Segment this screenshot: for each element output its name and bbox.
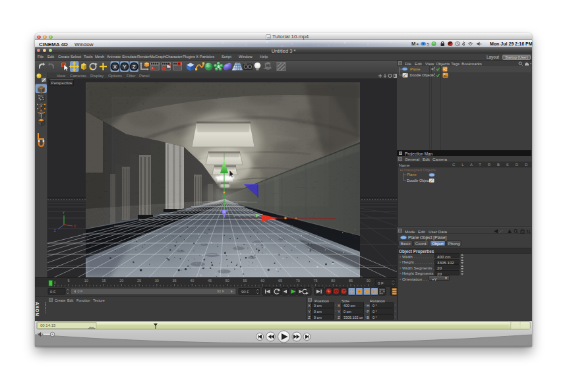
svg-text:X: X	[74, 225, 76, 228]
svg-text:70: 70	[296, 279, 300, 283]
svg-text:10: 10	[84, 279, 88, 283]
svg-text:85: 85	[349, 279, 353, 283]
svg-text:90 F: 90 F	[241, 290, 249, 294]
svg-text:P: P	[373, 290, 376, 294]
svg-text:60: 60	[260, 279, 264, 283]
svg-text:15: 15	[102, 279, 105, 283]
svg-text:25: 25	[137, 279, 141, 283]
svg-text:M: M	[411, 41, 415, 47]
svg-text:35: 35	[173, 279, 177, 283]
svg-text:0 F: 0 F	[378, 281, 384, 285]
svg-text:Plane: Plane	[407, 172, 417, 176]
svg-text:Y: Y	[63, 211, 65, 215]
svg-text:5: 5	[67, 279, 69, 283]
svg-text:Doodle Object: Doodle Object	[407, 178, 430, 182]
svg-text:90 F: 90 F	[217, 289, 225, 293]
svg-text:X: X	[113, 64, 117, 70]
svg-text:0 F: 0 F	[50, 290, 56, 294]
svg-text:Z: Z	[54, 229, 56, 233]
svg-text:5: 5	[427, 42, 430, 46]
svg-text:00:14:15: 00:14:15	[40, 323, 56, 327]
svg-text:30: 30	[155, 279, 159, 283]
svg-text:80: 80	[331, 279, 335, 283]
svg-text:50: 50	[225, 279, 229, 283]
svg-text:?: ?	[343, 289, 345, 293]
svg-text:Y: Y	[123, 64, 127, 70]
svg-text:4: 4	[417, 42, 419, 46]
svg-text:45: 45	[208, 279, 212, 283]
svg-text:55: 55	[243, 279, 247, 283]
svg-text:65: 65	[278, 279, 282, 283]
svg-text:Doodle Object: Doodle Object	[410, 73, 433, 77]
svg-text:90: 90	[367, 279, 371, 283]
svg-text:Z: Z	[133, 64, 136, 70]
svg-text:0 F: 0 F	[78, 289, 84, 293]
svg-text:Plane: Plane	[410, 67, 421, 71]
svg-text:75: 75	[314, 279, 318, 283]
svg-text:40: 40	[190, 279, 194, 283]
svg-text:20: 20	[119, 279, 123, 283]
